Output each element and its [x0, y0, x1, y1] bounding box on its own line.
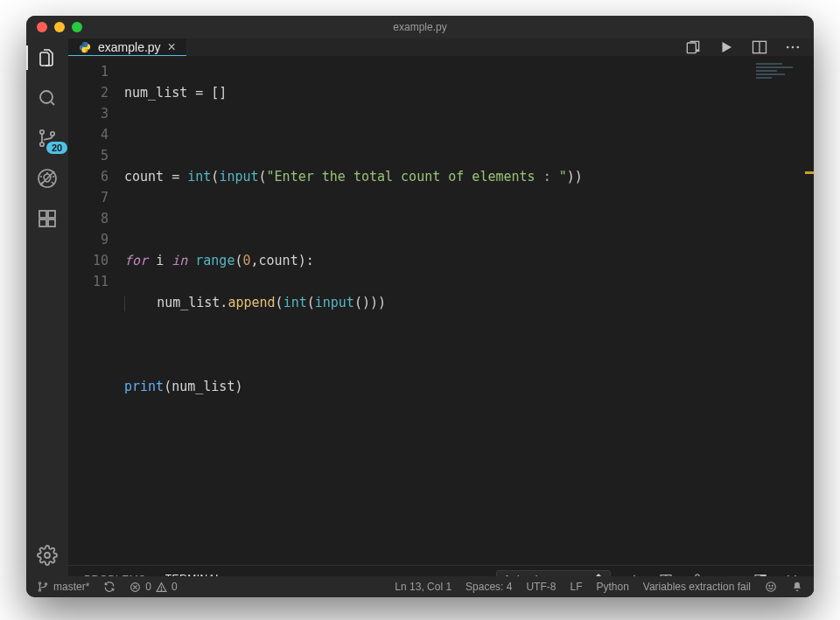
activity-bar: 20 [26, 38, 68, 576]
svg-point-2 [40, 143, 44, 146]
svg-point-35 [772, 585, 773, 586]
code-content[interactable]: num_list = [] count = int(input("Enter t… [124, 56, 814, 565]
tab-label: example.py [98, 40, 161, 54]
sync-icon [103, 581, 116, 593]
terminal-output[interactable]: $ python3 example.py Enter the total cou… [68, 593, 814, 597]
more-actions-icon[interactable] [784, 38, 802, 56]
status-language[interactable]: Python [596, 581, 628, 593]
explorer-icon[interactable] [35, 45, 60, 70]
svg-point-27 [45, 583, 46, 585]
window-title: example.py [26, 21, 814, 33]
run-icon[interactable] [718, 38, 735, 56]
svg-point-34 [769, 585, 770, 586]
editor-tabs: example.py × [68, 38, 814, 56]
svg-point-1 [40, 130, 44, 134]
warning-icon [156, 582, 167, 593]
status-feedback-icon[interactable] [765, 581, 777, 593]
svg-point-10 [45, 553, 50, 558]
line-gutter: 1234567891011 [68, 56, 124, 565]
svg-point-3 [51, 132, 54, 136]
svg-point-32 [161, 589, 162, 590]
vscode-window: example.py 20 [26, 16, 814, 597]
editor-area: example.py × 1234567891011 num_list = []… [68, 38, 814, 576]
search-icon[interactable] [35, 86, 60, 110]
svg-point-14 [787, 46, 789, 49]
split-editor-icon[interactable] [751, 38, 768, 56]
compare-changes-icon[interactable] [684, 38, 702, 56]
scm-badge: 20 [46, 142, 67, 154]
svg-rect-7 [39, 219, 46, 226]
svg-point-0 [40, 91, 52, 103]
error-icon [130, 582, 141, 593]
minimize-window-button[interactable] [54, 22, 65, 32]
status-eol[interactable]: LF [570, 581, 582, 593]
close-window-button[interactable] [37, 22, 47, 32]
svg-rect-11 [687, 43, 696, 53]
status-problems[interactable]: 0 0 [130, 581, 177, 593]
extensions-icon[interactable] [35, 206, 60, 231]
svg-rect-8 [48, 219, 55, 226]
code-editor[interactable]: 1234567891011 num_list = [] count = int(… [68, 56, 814, 565]
svg-rect-6 [39, 211, 46, 218]
branch-icon [37, 581, 49, 593]
maximize-window-button[interactable] [72, 22, 82, 32]
svg-point-15 [792, 46, 794, 49]
svg-point-26 [38, 589, 40, 591]
tab-close-icon[interactable]: × [168, 40, 176, 54]
source-control-icon[interactable]: 20 [35, 126, 60, 150]
status-branch[interactable]: master* [37, 581, 89, 593]
minimap[interactable] [756, 61, 808, 131]
svg-point-25 [38, 582, 40, 584]
titlebar: example.py [26, 16, 814, 38]
status-message[interactable]: Variables extraction fail [643, 581, 751, 593]
status-indent[interactable]: Spaces: 4 [466, 581, 512, 593]
scroll-marker [805, 171, 814, 174]
status-bell-icon[interactable] [791, 581, 803, 593]
tab-example-py[interactable]: example.py × [68, 38, 186, 56]
status-cursor-pos[interactable]: Ln 13, Col 1 [395, 581, 452, 593]
debug-icon[interactable] [35, 166, 60, 191]
window-controls [26, 22, 82, 32]
settings-gear-icon[interactable] [35, 543, 60, 568]
python-file-icon [79, 41, 91, 53]
status-encoding[interactable]: UTF-8 [526, 581, 556, 593]
svg-point-33 [766, 582, 776, 592]
svg-rect-9 [48, 211, 55, 218]
svg-point-16 [797, 46, 800, 49]
editor-actions [684, 38, 814, 56]
status-sync[interactable] [103, 581, 116, 593]
